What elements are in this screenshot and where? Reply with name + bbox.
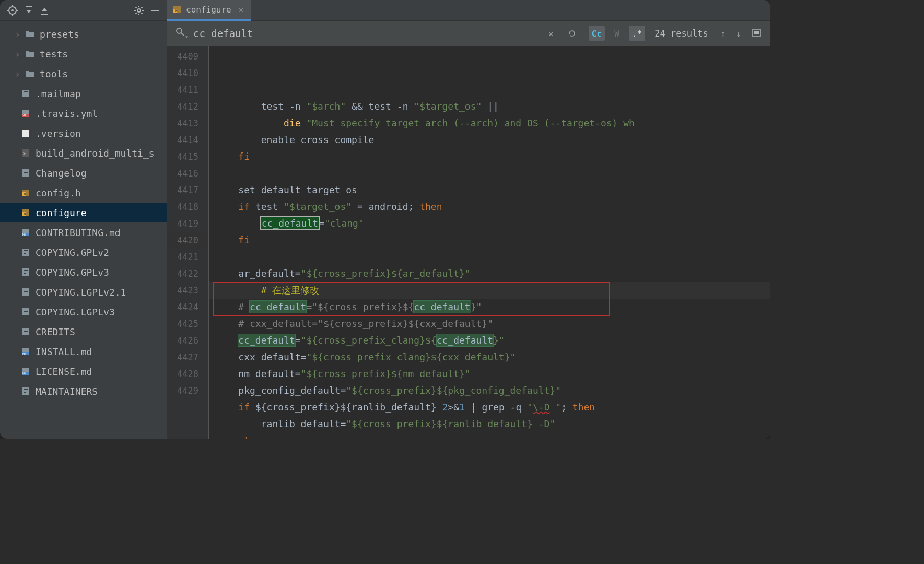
text-file-icon — [21, 307, 30, 316]
svg-marker-78 — [568, 33, 570, 34]
svg-rect-59 — [24, 310, 28, 310]
svg-rect-6 — [26, 6, 32, 7]
tab-title: configure — [186, 5, 231, 15]
folder-icon — [25, 69, 34, 78]
md-file-icon: MD — [21, 367, 30, 376]
svg-rect-25 — [24, 93, 28, 93]
tab-configure[interactable]: H configure ✕ — [167, 0, 251, 21]
svg-rect-36 — [24, 174, 26, 174]
svg-rect-30 — [22, 130, 29, 137]
md-file-icon: MD — [21, 228, 30, 237]
text-file-icon — [21, 248, 30, 257]
gear-icon[interactable] — [134, 5, 144, 16]
svg-rect-8 — [41, 14, 48, 15]
find-bar: ▾ ✕ Cc W .* 24 results ↑ ↓ — [167, 21, 770, 46]
blank-file-icon — [21, 128, 30, 138]
project-tree: ›presets ›tests ›tools .mailmap YML.trav… — [0, 21, 167, 439]
svg-line-18 — [142, 7, 143, 8]
svg-rect-52 — [24, 272, 28, 272]
tree-file[interactable]: MDCONTRIBUTING.md — [0, 222, 167, 242]
tree-folder[interactable]: ›tests — [0, 44, 167, 64]
svg-rect-65 — [24, 333, 26, 333]
md-file-icon: MD — [21, 347, 30, 356]
svg-rect-49 — [24, 253, 26, 254]
text-file-icon — [21, 168, 30, 178]
tree-file[interactable]: Hconfig.h — [0, 183, 167, 203]
tree-file[interactable]: .version — [0, 123, 167, 143]
minimize-icon[interactable] — [150, 6, 160, 15]
svg-rect-73 — [24, 389, 28, 390]
search-icon: ▾ — [176, 27, 188, 40]
svg-line-17 — [136, 13, 137, 14]
search-input[interactable] — [193, 28, 538, 39]
tree-file-selected[interactable]: Hconfigure — [0, 203, 167, 222]
svg-point-10 — [137, 9, 141, 12]
match-case-button[interactable]: Cc — [589, 26, 605, 41]
select-all-icon[interactable] — [748, 29, 764, 39]
folder-icon — [25, 49, 34, 58]
results-count: 24 results — [649, 28, 713, 39]
svg-rect-64 — [24, 331, 28, 332]
tree-file[interactable]: MDINSTALL.md — [0, 342, 167, 361]
expand-icon[interactable] — [24, 6, 33, 15]
svg-rect-51 — [24, 270, 28, 271]
svg-rect-63 — [24, 330, 28, 330]
text-file-icon — [21, 386, 30, 396]
svg-rect-74 — [24, 391, 28, 391]
svg-rect-47 — [24, 250, 28, 251]
tree-file[interactable]: COPYING.GPLv2 — [0, 242, 167, 262]
svg-rect-34 — [24, 171, 28, 171]
svg-point-76 — [177, 28, 182, 33]
text-file-icon — [21, 267, 30, 277]
svg-line-15 — [136, 7, 137, 8]
top-bar: H configure ✕ — [0, 0, 770, 21]
h-file-icon: H — [172, 5, 182, 14]
tree-file[interactable]: .mailmap — [0, 84, 167, 103]
collapse-icon[interactable] — [40, 6, 49, 15]
svg-text:YML: YML — [22, 114, 27, 117]
svg-rect-35 — [24, 172, 28, 173]
svg-text:H: H — [24, 192, 26, 196]
tree-folder[interactable]: ›tools — [0, 64, 167, 84]
tree-file[interactable]: Changelog — [0, 163, 167, 183]
svg-rect-60 — [24, 311, 28, 312]
code-area[interactable]: test -n "$arch" && test -n "$target_os" … — [209, 46, 770, 439]
text-file-icon — [21, 287, 30, 297]
target-icon[interactable] — [7, 5, 18, 16]
tree-folder[interactable]: ›presets — [0, 24, 167, 44]
svg-text:MD: MD — [22, 372, 26, 375]
tree-file[interactable]: COPYING.GPLv3 — [0, 262, 167, 282]
svg-rect-26 — [24, 95, 26, 95]
regex-button[interactable]: .* — [629, 26, 645, 41]
tree-file[interactable]: YML.travis.yml — [0, 103, 167, 123]
tree-file[interactable]: COPYING.LGPLv2.1 — [0, 282, 167, 302]
clear-search-icon[interactable]: ✕ — [543, 26, 559, 41]
tree-file[interactable]: MAINTAINERS — [0, 381, 167, 401]
svg-marker-7 — [26, 10, 31, 13]
next-match-icon[interactable]: ↓ — [733, 29, 744, 39]
sh-file-icon: >_ — [21, 148, 30, 158]
tree-file[interactable]: COPYING.LGPLv3 — [0, 302, 167, 322]
text-file-icon — [21, 327, 30, 336]
svg-rect-57 — [24, 293, 26, 293]
svg-text:H: H — [24, 212, 26, 216]
whole-word-button[interactable]: W — [609, 26, 625, 41]
svg-text:MD: MD — [22, 352, 26, 355]
close-icon[interactable]: ✕ — [239, 5, 244, 15]
svg-line-77 — [181, 33, 184, 36]
tree-file[interactable]: >_build_android_multi_s — [0, 143, 167, 163]
svg-rect-24 — [24, 91, 28, 92]
tree-file[interactable]: MDLICENSE.md — [0, 361, 167, 381]
tree-file[interactable]: CREDITS — [0, 322, 167, 342]
gutter: 4409441044114412441344144415441644174418… — [167, 46, 208, 439]
prev-match-icon[interactable]: ↑ — [718, 29, 729, 39]
text-file-icon — [21, 89, 30, 98]
svg-rect-75 — [24, 392, 26, 393]
svg-rect-48 — [24, 252, 28, 252]
yml-file-icon: YML — [21, 109, 30, 118]
editor[interactable]: 4409441044114412441344144415441644174418… — [167, 46, 770, 439]
h-file-icon: H — [21, 188, 30, 197]
history-icon[interactable] — [564, 26, 580, 41]
h-file-icon: H — [21, 208, 30, 217]
svg-text:H: H — [175, 9, 177, 13]
